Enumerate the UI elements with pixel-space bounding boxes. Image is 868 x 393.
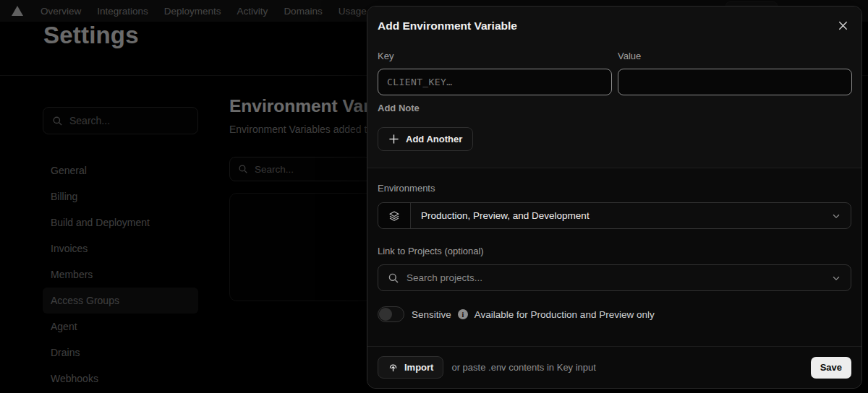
search-icon xyxy=(388,272,399,284)
link-projects-label: Link to Projects (optional) xyxy=(378,246,484,256)
import-button[interactable]: Import xyxy=(378,356,443,379)
key-label: Key xyxy=(378,51,393,61)
save-button[interactable]: Save xyxy=(811,357,851,379)
environments-selected-value: Production, Preview, and Development xyxy=(411,210,831,221)
layers-icon xyxy=(388,210,400,222)
env-paste-hint: or paste .env contents in Key input xyxy=(451,362,595,373)
plus-icon xyxy=(388,134,399,144)
sensitive-label: Sensitive xyxy=(412,309,451,320)
sensitive-row: Sensitive i Available for Production and… xyxy=(378,306,655,322)
sensitive-availability-note: Available for Production and Preview onl… xyxy=(475,309,655,320)
modal-middle-section: Environments Production, Preview, and De… xyxy=(367,169,861,346)
add-env-variable-modal: Add Environment Variable Key Value Add N… xyxy=(367,6,862,389)
modal-title: Add Environment Variable xyxy=(378,20,517,33)
environments-label: Environments xyxy=(378,183,435,194)
project-search-placeholder: Search projects... xyxy=(407,272,824,283)
sensitive-toggle[interactable] xyxy=(378,306,404,322)
toggle-knob xyxy=(379,308,392,321)
add-note-link[interactable]: Add Note xyxy=(378,103,420,113)
value-input[interactable] xyxy=(618,69,852,95)
chevron-down-icon xyxy=(831,211,841,221)
value-label: Value xyxy=(618,51,641,61)
upload-icon xyxy=(388,362,399,373)
modal-top-section: Add Environment Variable Key Value Add N… xyxy=(367,7,861,168)
environments-select[interactable]: Production, Preview, and Development xyxy=(378,202,851,229)
add-another-label: Add Another xyxy=(406,134,462,144)
environments-icon-cell xyxy=(378,203,411,228)
project-search-input[interactable]: Search projects... xyxy=(378,264,851,291)
add-another-button[interactable]: Add Another xyxy=(378,127,473,151)
chevron-down-icon xyxy=(831,273,841,283)
modal-footer: Import or paste .env contents in Key inp… xyxy=(367,346,861,388)
import-button-label: Import xyxy=(404,362,433,373)
info-icon[interactable]: i xyxy=(458,309,468,319)
close-button[interactable] xyxy=(835,18,850,33)
close-icon xyxy=(838,20,848,31)
key-input[interactable] xyxy=(378,69,612,95)
